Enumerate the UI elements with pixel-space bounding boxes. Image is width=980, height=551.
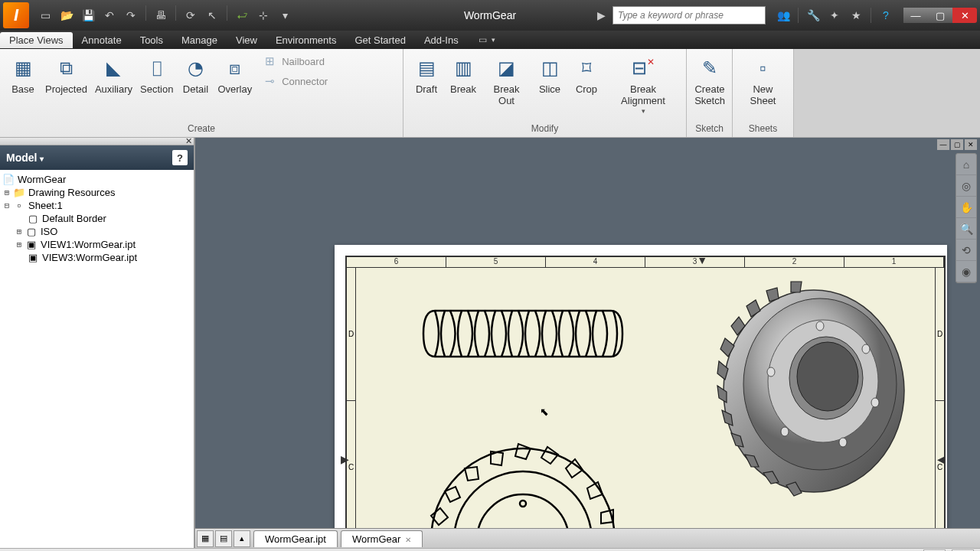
ribbon: ▦Base ⧉Projected ◣Auxiliary ⌷Section ◔De… (0, 49, 980, 138)
browser-close-icon[interactable]: ✕ (185, 136, 192, 146)
new-icon[interactable]: ▭ (35, 5, 55, 25)
tab-view[interactable]: View (227, 32, 266, 48)
sketch-icon: ✎ (695, 54, 724, 83)
undo-icon[interactable]: ↶ (100, 5, 119, 25)
favorite-icon[interactable]: ★ (846, 5, 866, 25)
center-marker-icon: ▼ (697, 254, 707, 266)
tree-default-border[interactable]: ▢Default Border (2, 212, 192, 225)
projected-icon: ⧉ (51, 54, 80, 83)
minimize-button[interactable]: — (903, 8, 928, 23)
signin-icon[interactable]: 👥 (773, 5, 793, 25)
svg-point-10 (781, 427, 789, 436)
gear-front-view[interactable] (423, 418, 622, 540)
ruler-vcell: C (936, 401, 944, 534)
gear-iso-view[interactable] (714, 280, 913, 502)
lookat-icon[interactable]: ◉ (956, 261, 976, 282)
overlay-view-button[interactable]: ⧈Overlay (214, 52, 256, 97)
appearance-dropdown-icon[interactable]: ▾ (492, 36, 495, 44)
tab-get-started[interactable]: Get Started (345, 32, 414, 48)
breakout-button[interactable]: ◪Break Out (482, 52, 531, 109)
doc-tab-dwg[interactable]: WormGear✕ (341, 530, 423, 547)
tile-icon[interactable]: ▦ (197, 530, 214, 547)
doc-minimize-icon[interactable]: — (937, 139, 949, 150)
tool-icon[interactable]: 🔧 (803, 5, 823, 25)
steering-wheel-icon[interactable]: ◎ (956, 175, 976, 197)
search-input[interactable] (612, 6, 766, 24)
tree-root[interactable]: 📄WormGear (2, 173, 192, 186)
doc-restore-icon[interactable]: ▢ (951, 139, 963, 150)
cascade-icon[interactable]: ▤ (215, 530, 232, 547)
tab-close-icon[interactable]: ✕ (405, 536, 411, 544)
maximize-button[interactable]: ▢ (928, 8, 952, 23)
draft-button[interactable]: ▤Draft (408, 52, 445, 97)
browser-help-icon[interactable]: ? (172, 150, 188, 165)
create-sketch-button[interactable]: ✎Create Sketch (691, 52, 728, 109)
ruler-vcell: D (936, 268, 944, 401)
browser-header[interactable]: Model ▾ ? (0, 145, 194, 170)
detail-icon: ◔ (181, 54, 210, 83)
measure-icon[interactable]: ⊹ (253, 5, 273, 25)
print-icon[interactable]: 🖶 (151, 5, 171, 25)
base-view-button[interactable]: ▦Base (5, 52, 41, 97)
section-view-button[interactable]: ⌷Section (136, 52, 177, 97)
new-sheet-button[interactable]: ▫New Sheet (737, 52, 789, 109)
break-icon: ▥ (449, 54, 478, 83)
tab-annotate[interactable]: Annotate (73, 32, 131, 48)
tree-view1[interactable]: ⊞▣VIEW1:WormGear.ipt (2, 238, 192, 251)
auxiliary-icon: ◣ (99, 54, 128, 83)
nailboard-icon: ⊞ (262, 54, 277, 69)
tab-tools[interactable]: Tools (131, 32, 172, 48)
side-marker-right-icon: ◀ (937, 453, 946, 465)
tab-place-views[interactable]: Place Views (0, 32, 73, 48)
open-icon[interactable]: 📂 (57, 5, 77, 25)
tab-add-ins[interactable]: Add-Ins (415, 32, 468, 48)
orbit-icon[interactable]: ⟲ (956, 240, 976, 261)
worm-top-view[interactable] (416, 303, 630, 364)
update-icon[interactable]: ⟳ (181, 5, 201, 25)
tab-manage[interactable]: Manage (172, 32, 227, 48)
app-icon[interactable]: I (3, 2, 29, 28)
return-icon[interactable]: ⮐ (232, 5, 252, 25)
ruler-cell: 5 (446, 257, 546, 267)
draft-icon: ▤ (412, 54, 441, 83)
pan-icon[interactable]: ✋ (956, 197, 976, 218)
detail-view-button[interactable]: ◔Detail (177, 52, 214, 97)
base-view-icon: ▦ (8, 54, 38, 83)
section-icon: ⌷ (142, 54, 172, 83)
slice-button[interactable]: ◫Slice (531, 52, 568, 97)
tree-iso[interactable]: ⊞▢ISO (2, 225, 192, 238)
home-view-icon[interactable]: ⌂ (956, 154, 976, 175)
drawing-canvas[interactable]: — ▢ ✕ ⌂ ◎ ✋ 🔍 ⟲ ◉ 6 5 4 3▼ 2 1 (195, 138, 980, 548)
save-icon[interactable]: 💾 (78, 5, 98, 25)
tree-sheet[interactable]: ⊟▫Sheet:1 (2, 199, 192, 212)
select-icon[interactable]: ↖ (202, 5, 222, 25)
ruler-vcell: D (347, 268, 355, 401)
crop-button[interactable]: ⌑Crop (568, 52, 605, 97)
auxiliary-view-button[interactable]: ◣Auxiliary (91, 52, 136, 97)
projected-view-button[interactable]: ⧉Projected (41, 52, 91, 97)
zoom-icon[interactable]: 🔍 (956, 218, 976, 240)
tree-view3[interactable]: ▣VIEW3:WormGear.ipt (2, 251, 192, 264)
ruler-cell: 3▼ (645, 257, 745, 267)
tree-drawing-resources[interactable]: ⊞📁Drawing Resources (2, 186, 192, 199)
break-alignment-button[interactable]: ⊟✕Break Alignment▾ (605, 52, 681, 116)
appearance-icon[interactable]: ▭ (479, 34, 487, 45)
tab-environments[interactable]: Environments (266, 32, 345, 48)
break-button[interactable]: ▥Break (445, 52, 482, 97)
doc-close-icon[interactable]: ✕ (965, 139, 977, 150)
help-icon[interactable]: ? (876, 5, 896, 25)
navigation-bar: ⌂ ◎ ✋ 🔍 ⟲ ◉ (956, 153, 977, 283)
ribbon-group-sketch: Sketch (687, 122, 732, 137)
svg-point-0 (520, 500, 526, 507)
ruler-cell: 2 (745, 257, 844, 267)
drawing-sheet[interactable]: 6 5 4 3▼ 2 1 D C D C (335, 245, 947, 536)
exchange-icon[interactable]: ✦ (825, 5, 844, 25)
close-button[interactable]: ✕ (952, 8, 977, 23)
qat-dropdown-icon[interactable]: ▾ (275, 5, 295, 25)
redo-icon[interactable]: ↷ (121, 5, 141, 25)
connector-button: ⊸Connector (259, 72, 331, 90)
search-play-icon[interactable]: ▶ (591, 5, 611, 25)
doc-tab-ipt[interactable]: WormGear.ipt (253, 530, 338, 547)
document-tabs: ▦ ▤ ▴ WormGear.ipt WormGear✕ (195, 528, 980, 548)
tab-scroll-icon[interactable]: ▴ (234, 530, 250, 547)
